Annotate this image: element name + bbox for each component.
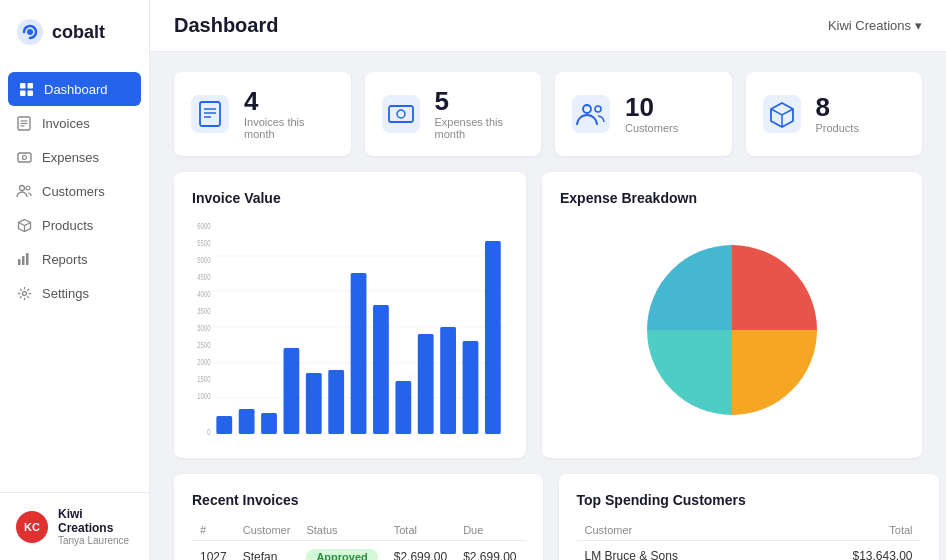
col-ts-customer: Customer xyxy=(577,520,780,541)
main-content: Dashboard Kiwi Creations ▾ 4 xyxy=(150,0,946,560)
stat-invoices-info: 4 Invoices this month xyxy=(244,88,335,140)
products-nav-icon xyxy=(16,217,32,233)
invoices-icon xyxy=(16,115,32,131)
bottom-row: Recent Invoices # Customer Status Total … xyxy=(174,474,922,560)
bar-chart: 0 1000 1500 2000 2500 3000 3500 4000 450… xyxy=(192,220,508,440)
sidebar-item-dashboard[interactable]: Dashboard xyxy=(8,72,141,106)
expense-chart-title: Expense Breakdown xyxy=(560,190,904,206)
stat-expenses: 5 Expenses this month xyxy=(365,72,542,156)
sidebar-item-reports[interactable]: Reports xyxy=(0,242,149,276)
svg-text:2500: 2500 xyxy=(197,340,210,351)
chevron-down-icon: ▾ xyxy=(915,18,922,33)
page-title: Dashboard xyxy=(174,14,278,37)
user-name: Kiwi Creations xyxy=(58,507,133,535)
customers-nav-icon xyxy=(16,183,32,199)
products-stat-icon xyxy=(762,94,802,134)
expenses-stat-icon xyxy=(381,94,421,134)
user-sub: Tanya Laurence xyxy=(58,535,133,546)
invoice-chart-title: Invoice Value xyxy=(192,190,508,206)
logo-area: cobalt xyxy=(0,0,149,64)
svg-text:Mar: Mar xyxy=(264,439,274,440)
invoices-stat-icon xyxy=(190,94,230,134)
list-item: LM Bruce & Sons $13,643.00 xyxy=(577,541,921,561)
svg-point-12 xyxy=(20,186,25,191)
sidebar-item-customers-label: Customers xyxy=(42,184,105,199)
svg-text:Dec: Dec xyxy=(466,439,476,440)
svg-rect-3 xyxy=(27,83,33,89)
stat-invoices-label: Invoices this month xyxy=(244,116,335,140)
svg-rect-66 xyxy=(395,381,411,434)
topbar: Dashboard Kiwi Creations ▾ xyxy=(150,0,946,52)
stat-expenses-label: Expenses this month xyxy=(435,116,526,140)
svg-text:1000: 1000 xyxy=(197,391,210,402)
expense-chart-card: Expense Breakdown xyxy=(542,172,922,458)
stat-invoices: 4 Invoices this month xyxy=(174,72,351,156)
sidebar-item-invoices[interactable]: Invoices xyxy=(0,106,149,140)
svg-text:5000: 5000 xyxy=(197,255,210,266)
sidebar-item-expenses[interactable]: Expenses xyxy=(0,140,149,174)
cell-due: $2,699.00 xyxy=(455,541,524,561)
svg-rect-70 xyxy=(440,327,456,434)
svg-rect-56 xyxy=(284,348,300,434)
dashboard-content: 4 Invoices this month 5 Expenses this mo… xyxy=(150,52,946,560)
stat-products: 8 Products xyxy=(746,72,923,156)
sidebar-item-settings[interactable]: Settings xyxy=(0,276,149,310)
cell-total: $2,699.00 xyxy=(386,541,455,561)
svg-rect-5 xyxy=(27,90,33,96)
svg-point-13 xyxy=(26,186,30,190)
svg-rect-2 xyxy=(20,83,26,89)
svg-point-1 xyxy=(27,29,33,35)
svg-point-11 xyxy=(22,155,26,159)
customers-stat-icon xyxy=(571,94,611,134)
svg-rect-16 xyxy=(22,256,25,265)
svg-text:3500: 3500 xyxy=(197,306,210,317)
sidebar-item-expenses-label: Expenses xyxy=(42,150,99,165)
svg-text:3000: 3000 xyxy=(197,323,210,334)
cell-customer: Stefan xyxy=(235,541,299,561)
svg-rect-62 xyxy=(351,273,367,434)
svg-text:Feb: Feb xyxy=(242,439,251,440)
avatar: KC xyxy=(16,511,48,543)
table-row: 1027 Stefan Approved $2,699.00 $2,699.00 xyxy=(192,541,525,561)
svg-rect-4 xyxy=(20,90,26,96)
dashboard-icon xyxy=(18,81,34,97)
col-total: Total xyxy=(386,520,455,541)
svg-rect-10 xyxy=(18,153,31,162)
sidebar-item-customers[interactable]: Customers xyxy=(0,174,149,208)
svg-text:Jan: Jan xyxy=(489,439,498,440)
svg-rect-27 xyxy=(572,95,610,133)
svg-rect-15 xyxy=(18,259,21,265)
svg-rect-68 xyxy=(418,334,434,434)
col-ts-total: Total xyxy=(779,520,920,541)
col-customer: Customer xyxy=(235,520,299,541)
recent-invoices-table: # Customer Status Total Due 1027 Stefan … xyxy=(192,520,525,560)
sidebar-item-reports-label: Reports xyxy=(42,252,88,267)
user-area: KC Kiwi Creations Tanya Laurence xyxy=(0,492,149,560)
col-num: # xyxy=(192,520,235,541)
status-badge: Approved xyxy=(306,549,377,560)
sidebar-item-settings-label: Settings xyxy=(42,286,89,301)
svg-text:Sep: Sep xyxy=(399,439,409,440)
svg-rect-17 xyxy=(26,253,29,265)
stat-customers-label: Customers xyxy=(625,122,678,134)
svg-text:Jul: Jul xyxy=(355,439,362,440)
sidebar-item-products[interactable]: Products xyxy=(0,208,149,242)
svg-text:5500: 5500 xyxy=(197,238,210,249)
sidebar: cobalt Dashboard xyxy=(0,0,150,560)
nav-menu: Dashboard Invoices Expenses xyxy=(0,64,149,492)
stat-products-info: 8 Products xyxy=(816,94,859,134)
stat-expenses-number: 5 xyxy=(435,88,526,114)
svg-text:1500: 1500 xyxy=(197,374,210,385)
recent-invoices-card: Recent Invoices # Customer Status Total … xyxy=(174,474,543,560)
svg-text:4500: 4500 xyxy=(197,272,210,283)
svg-text:Jan: Jan xyxy=(220,439,229,440)
stat-customers: 10 Customers xyxy=(555,72,732,156)
sidebar-item-invoices-label: Invoices xyxy=(42,116,90,131)
stat-customers-info: 10 Customers xyxy=(625,94,678,134)
org-selector[interactable]: Kiwi Creations ▾ xyxy=(828,18,922,33)
svg-text:0: 0 xyxy=(207,427,210,438)
svg-rect-74 xyxy=(485,241,501,434)
charts-row: Invoice Value 0 1000 1500 2000 2500 3000… xyxy=(174,172,922,458)
cell-num: 1027 xyxy=(192,541,235,561)
svg-rect-24 xyxy=(382,95,420,133)
